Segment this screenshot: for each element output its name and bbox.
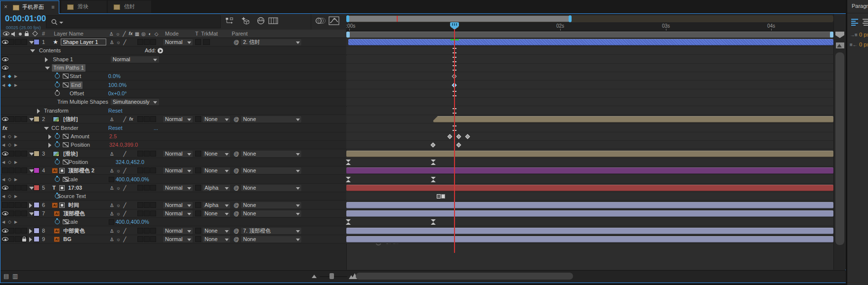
parent-pickwhip-icon[interactable]: @ <box>234 38 239 46</box>
layer-name[interactable]: 顶部橙色 2 <box>68 166 94 175</box>
quality-icon[interactable]: ╱ <box>121 31 127 37</box>
switch-empty[interactable] <box>115 116 122 122</box>
mode-dropdown[interactable]: Normal <box>163 39 193 46</box>
align-left-icon[interactable] <box>851 19 859 25</box>
graph-editor-icon[interactable] <box>328 16 340 26</box>
stopwatch-icon[interactable] <box>55 82 60 87</box>
motion-blur-icon[interactable]: ◎ <box>140 31 147 37</box>
property-row[interactable]: ◀◇▶Scale400.0,400.0% <box>0 218 346 226</box>
adjustment-cell[interactable] <box>150 185 156 191</box>
parent-dropdown[interactable]: None <box>241 184 302 192</box>
frame-blend-cell[interactable] <box>137 236 143 242</box>
trkmat-dropdown[interactable]: None <box>202 116 231 123</box>
solo-toggle[interactable] <box>15 236 21 242</box>
switch-quality-icon[interactable]: ╱ <box>122 151 128 157</box>
frame-blend-cell[interactable] <box>137 202 143 208</box>
timeline-graph-row[interactable] <box>346 218 833 226</box>
group-expander[interactable] <box>37 109 40 114</box>
dimension-expander[interactable] <box>48 143 51 148</box>
adjustment-cell[interactable] <box>150 116 156 122</box>
layer-row[interactable]: 6Ai时间♙☼╱NormalAlpha@None <box>0 201 346 209</box>
lock-toggle[interactable] <box>21 167 27 173</box>
adjustment-cell[interactable] <box>150 151 156 157</box>
t-toggle-cell[interactable] <box>195 202 201 208</box>
property-label[interactable]: Start <box>70 72 81 81</box>
align-center-icon[interactable] <box>863 19 868 25</box>
frame-blend-cell[interactable] <box>137 151 143 157</box>
video-toggle[interactable] <box>2 202 8 208</box>
trkmat-dropdown[interactable]: None <box>202 227 231 235</box>
parent-dropdown[interactable]: None <box>241 116 302 123</box>
motion-blur-cell[interactable] <box>144 210 150 216</box>
property-value[interactable]: 100.0% <box>108 81 126 89</box>
lock-toggle[interactable] <box>21 116 27 122</box>
t-toggle-cell[interactable] <box>195 185 201 191</box>
layer-row[interactable]: 8Ai中部黄色♙☼╱NormalNone@7. 顶部橙色 <box>0 227 346 235</box>
property-label[interactable]: CC Bender <box>51 124 78 132</box>
prev-keyframe-arrow[interactable]: ◀ <box>2 218 5 226</box>
motion-blur-icon[interactable] <box>315 16 327 25</box>
switch-quality-icon[interactable]: ╱ <box>122 185 128 191</box>
timeline-graph-row[interactable] <box>346 201 833 209</box>
current-timecode[interactable]: 0:00:01:00 <box>5 14 46 23</box>
switch-shy-icon[interactable]: ♙ <box>109 185 115 191</box>
frame-blend-cell[interactable] <box>137 39 143 45</box>
switch-fx-icon[interactable]: fx <box>128 116 134 122</box>
navigator-end-handle[interactable] <box>569 15 572 22</box>
switch-collapse-icon[interactable]: ☼ <box>115 228 122 234</box>
motion-blur-cell[interactable] <box>144 116 150 122</box>
property-row[interactable]: ContentsAdd: <box>0 46 346 55</box>
audio-toggle[interactable] <box>8 202 14 208</box>
shy-icon[interactable] <box>256 16 266 25</box>
switch-shy-icon[interactable]: ♙ <box>109 228 115 234</box>
t-toggle-cell[interactable] <box>195 151 201 157</box>
timeline-graph-row[interactable] <box>346 209 833 218</box>
property-label[interactable]: Shape 1 <box>53 55 73 64</box>
tab-label[interactable]: 滑块 <box>78 2 88 11</box>
property-label[interactable]: Source Text <box>57 192 86 201</box>
layer-color-swatch[interactable] <box>34 210 40 216</box>
switch-quality-icon[interactable]: ╱ <box>122 210 128 217</box>
layer-name[interactable]: BG <box>63 235 72 244</box>
motion-blur-cell[interactable] <box>144 39 150 45</box>
property-row[interactable]: Trim Paths 1 <box>0 64 346 72</box>
3d-icon[interactable]: ◇ <box>153 31 160 37</box>
next-keyframe-arrow[interactable]: ▶ <box>14 132 17 141</box>
video-toggle[interactable] <box>2 228 8 234</box>
hold-keyframe-icon[interactable] <box>437 194 441 199</box>
property-value[interactable]: Reset <box>108 107 123 115</box>
set-keyframe-diamond[interactable]: ◇ <box>8 141 11 149</box>
property-value[interactable]: 400.0,400.0% <box>116 175 149 184</box>
video-column-icon[interactable] <box>3 32 9 36</box>
parent-dropdown[interactable]: None <box>241 167 302 174</box>
solo-toggle[interactable] <box>15 39 21 45</box>
audio-toggle[interactable] <box>8 185 14 191</box>
property-row[interactable]: Offset0x+0.0° <box>0 89 346 98</box>
toggle-graphs-icon[interactable]: ▥ <box>12 272 18 281</box>
property-value[interactable]: 2.5 <box>109 132 117 141</box>
layer-duration-bar[interactable] <box>346 185 833 191</box>
property-label[interactable]: Scale <box>64 218 78 226</box>
navigator-start-handle[interactable] <box>346 15 349 22</box>
keyframe-icon[interactable] <box>456 134 461 139</box>
timeline-graph-row[interactable] <box>346 46 833 55</box>
solo-toggle[interactable] <box>15 167 21 173</box>
vertical-scrollbar[interactable] <box>835 52 844 245</box>
lock-toggle[interactable] <box>21 39 27 45</box>
layer-color-swatch[interactable] <box>34 39 40 45</box>
column-t[interactable]: T <box>195 30 199 38</box>
layer-expander[interactable] <box>29 229 32 234</box>
layer-name[interactable]: [滑块] <box>63 150 78 158</box>
timeline-graph-row[interactable] <box>346 38 833 46</box>
layer-color-swatch[interactable] <box>34 228 40 234</box>
layer-color-swatch[interactable] <box>34 116 40 122</box>
parent-dropdown[interactable]: None <box>241 236 302 243</box>
timeline-graph-row[interactable] <box>346 175 833 184</box>
timeline-graph-row[interactable] <box>346 89 833 98</box>
mode-dropdown[interactable]: Normal <box>163 210 193 217</box>
audio-toggle[interactable] <box>8 167 14 173</box>
parent-pickwhip-icon[interactable]: @ <box>234 166 239 175</box>
trkmat-dropdown[interactable]: None <box>202 236 231 243</box>
paragraph-panel-title[interactable]: Paragr <box>852 2 868 10</box>
timeline-graph-row[interactable] <box>346 124 833 132</box>
